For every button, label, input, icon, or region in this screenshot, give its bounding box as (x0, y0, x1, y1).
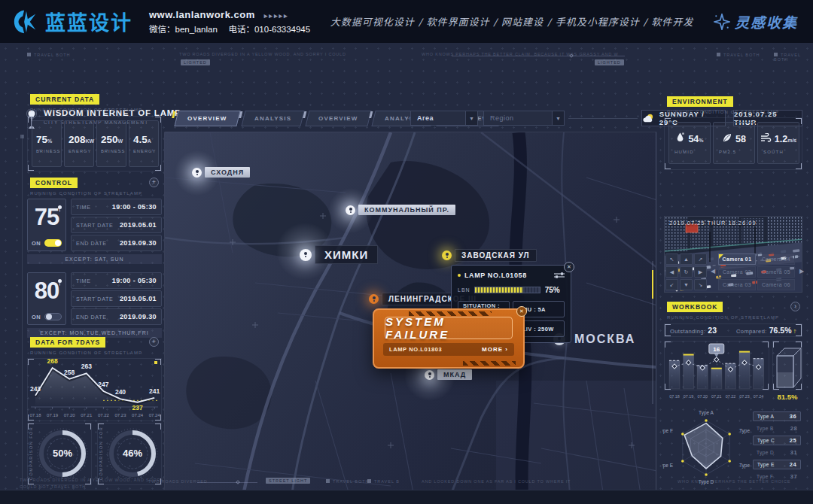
pan-up-icon[interactable]: ▲ (680, 254, 693, 265)
map-label-6[interactable]: МКАД (425, 369, 472, 380)
workbook-expand-button[interactable]: › (790, 302, 800, 311)
tab-overview-0[interactable]: OVERVIEW (174, 111, 240, 126)
pan-down-right-icon[interactable]: ↘ (694, 279, 707, 290)
control-row-time[interactable]: TIME19:00 - 05:30 (71, 272, 162, 289)
tab-analysis-1[interactable]: ANALYSIS (241, 111, 305, 126)
inspiration-collect[interactable]: 灵感收集 (714, 11, 798, 32)
map-label-2[interactable]: ХИМКИ (300, 245, 378, 264)
svg-text:07.24: 07.24 (149, 413, 161, 417)
svg-text:Type C: Type C (739, 463, 751, 469)
control-subtitle: RUNNING CONDITION OF STREETLAMP (30, 191, 142, 196)
sliders-icon[interactable] (554, 272, 565, 279)
pan-left-icon[interactable]: ◀ (665, 266, 678, 278)
svg-text:247: 247 (98, 381, 108, 388)
dim-toggle[interactable] (44, 313, 62, 320)
camera-button-2[interactable]: Camera 02 (718, 266, 756, 278)
popup-close-icon[interactable]: ✕ (564, 262, 574, 272)
website-link[interactable]: www.lanlanwork.com (149, 9, 255, 20)
lamp-pin-icon[interactable] (442, 250, 452, 260)
stat-unit: W (118, 138, 123, 144)
map-label-3[interactable]: ЗАВОДСКАЯ УЛ (442, 249, 537, 262)
control-row-time[interactable]: TIME19:00 - 05:30 (71, 199, 162, 215)
area-select[interactable]: Area ▼ (410, 111, 478, 126)
brand-logo: 蓝蓝设计 (12, 7, 132, 36)
workbook-subtitle: RUNNING CONDITION OF STREETLAMP (667, 315, 779, 320)
pan-down-icon[interactable]: ▼ (680, 279, 693, 290)
env-value: 58 (735, 134, 746, 144)
map-label-0[interactable]: СХОДНЯ (192, 167, 250, 178)
control-add-button[interactable]: + (149, 178, 159, 187)
services-list: 大数据可视化设计 / 软件界面设计 / 网站建设 / 手机及小程序设计 / 软件… (310, 14, 714, 29)
camera-button-4[interactable]: Camera 04 (757, 254, 795, 265)
brand-name: 蓝蓝设计 (45, 7, 132, 36)
chevron-down-icon[interactable]: ▼ (552, 111, 564, 125)
type-row-type-b[interactable]: Type B28 (753, 424, 801, 433)
city-map[interactable]: СХОДНЯКОММУНАЛЬНЫЙ ПР.ХИМКИЗАВОДСКАЯ УЛЛ… (164, 132, 656, 504)
pan-right-icon[interactable]: ▶ (694, 266, 707, 278)
camera-button-5[interactable]: Camera 05 (757, 266, 795, 278)
week-chart-add-button[interactable]: + (149, 337, 159, 347)
trend-up-icon: ↑ (793, 327, 797, 335)
map-label-text: СХОДНЯ (205, 167, 250, 178)
map-label-1[interactable]: КОММУНАЛЬНЫЙ ПР. (346, 205, 455, 215)
stat-value: 208KW (69, 134, 93, 145)
env-label: SOUTH (758, 150, 784, 154)
alert-lamp-id: LAMP NO.L01803 (389, 346, 442, 353)
pan-down-left-icon[interactable]: ↙ (665, 279, 678, 290)
control-title: CONTROL (30, 178, 78, 188)
camera-next-arrow[interactable]: ▶ (798, 254, 805, 289)
refresh-icon[interactable]: ↻ (680, 266, 693, 278)
week-line-chart: 24307.1826807.1925807.2026307.2124707.22… (28, 359, 161, 421)
tab-overview-2[interactable]: OVERVIEW (305, 111, 371, 126)
type-row-type-c[interactable]: Type C25 (753, 436, 801, 445)
leaf-icon (722, 132, 732, 146)
stat-energy: 208KWENERGY (64, 120, 94, 167)
map-scrollbar[interactable] (652, 261, 653, 404)
toggle-knob (55, 240, 61, 246)
alert-close-icon[interactable]: ✕ (516, 306, 527, 317)
decor-check: TRAVEL BOTH (774, 53, 813, 62)
type-row-type-e[interactable]: Type E24 (753, 460, 801, 469)
control-row-end-date[interactable]: END DATE2019.09.30 (71, 235, 162, 251)
map-label-text: ЗАВОДСКАЯ УЛ (455, 249, 537, 262)
header-divider (568, 118, 638, 119)
tab-label: OVERVIEW (187, 115, 227, 122)
tab-label: OVERVIEW (318, 115, 358, 122)
svg-text:07.23: 07.23 (739, 394, 750, 399)
dim-toggle[interactable] (44, 239, 62, 247)
dashboard: TRAVEL BOTHTWO ROADS DIVERGED IN A YELLO… (0, 43, 813, 504)
lamp-pin-icon[interactable] (425, 370, 434, 380)
camera-button-1[interactable]: Camera 01 (718, 254, 756, 265)
svg-text:Type B: Type B (739, 428, 751, 434)
control-row-start-date[interactable]: START DATE2019.05.01 (71, 290, 162, 307)
map-scrollbar-thumb[interactable] (652, 270, 653, 299)
control-row-value: 2019.05.01 (120, 221, 157, 229)
region-select[interactable]: Region ▼ (483, 111, 565, 126)
type-label: Type A (757, 414, 774, 419)
camera-prev-arrow[interactable]: ◀ (709, 254, 717, 289)
chevron-down-icon[interactable]: ▼ (465, 111, 477, 125)
type-row-type-a[interactable]: Type A36 (753, 411, 801, 421)
lamp-pin-icon[interactable] (346, 205, 355, 215)
control-row-start-date[interactable]: START DATE2019.05.01 (71, 217, 162, 233)
stat-energy: 4.5AENERGY (129, 120, 159, 167)
map-label-text: КОММУНАЛЬНЫЙ ПР. (358, 205, 455, 215)
current-data-stats: 75%BRINESS208KWENERGY250WBRINESS4.5AENER… (32, 120, 161, 167)
lamp-pin-icon[interactable] (369, 294, 379, 304)
type-row-type-d[interactable]: Type D31 (753, 448, 801, 457)
lamp-pin-icon[interactable] (300, 249, 312, 261)
lamp-pin-icon[interactable] (192, 168, 202, 178)
system-failure-alert: SYSTEM FAILURE LAMP NO.L01803 MORE › ✕ (373, 308, 525, 369)
contact-line: 微信：ben_lanlan 电话：010-63334945 (149, 23, 310, 35)
control-row-value: 19:00 - 05:30 (112, 277, 157, 284)
decor-check: TRAVEL B (367, 479, 400, 484)
alert-title: SYSTEM FAILURE (385, 315, 512, 341)
camera-button-3[interactable]: Camera 03 (718, 279, 756, 290)
camera-button-6[interactable]: Camera 06 (757, 279, 795, 290)
alert-more-button[interactable]: MORE › (482, 346, 508, 353)
control-row-end-date[interactable]: END DATE2019.09.30 (71, 308, 162, 325)
pan-up-right-icon[interactable]: ↗ (694, 254, 707, 265)
pan-up-left-icon[interactable]: ↖ (665, 254, 678, 265)
stat-label: ENERGY (69, 149, 93, 153)
lbn-progress-bar[interactable] (474, 287, 540, 293)
